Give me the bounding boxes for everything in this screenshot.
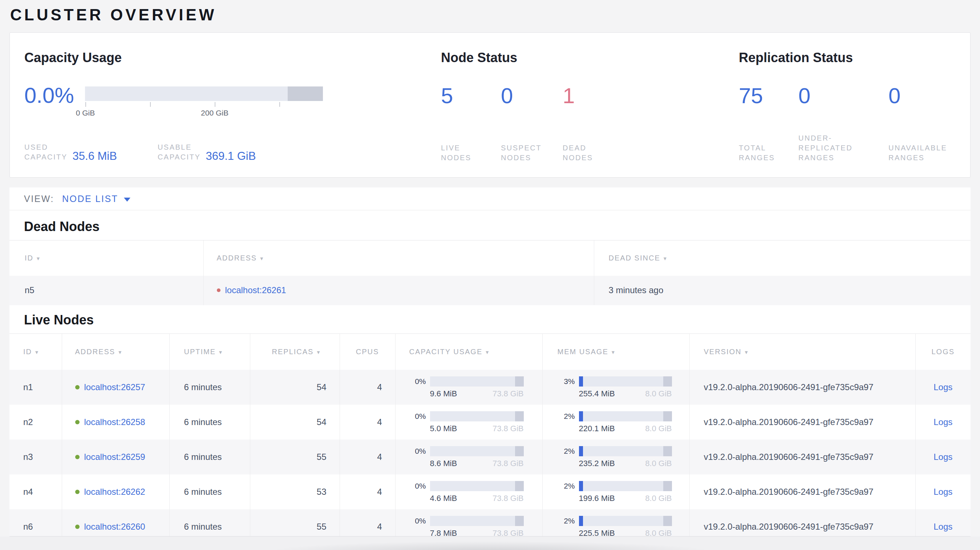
dead-status-dot xyxy=(217,288,221,292)
sort-arrow-icon: ▾ xyxy=(317,349,320,355)
uptime-cell: 6 minutes xyxy=(169,474,250,509)
sort-arrow-icon: ▾ xyxy=(219,349,223,355)
logs-cell: Logs xyxy=(915,370,970,405)
column-header-version[interactable]: VERSION▾ xyxy=(689,334,915,370)
cap-percent-label: 0% xyxy=(396,517,430,525)
sort-arrow-icon: ▾ xyxy=(260,255,264,262)
cap-reserved-segment xyxy=(515,376,524,386)
node-id-cell: n2 xyxy=(10,405,62,440)
cap-bar-labels: 8.6 MiB73.8 GiB xyxy=(430,459,524,468)
replication-status-section: Replication Status 75 TOTAL RANGES 0 UND… xyxy=(739,50,964,164)
cap-usage-bar: 0%8.6 MiB73.8 GiB xyxy=(396,446,542,468)
node-id-cell: n6 xyxy=(10,509,62,537)
mem-reserved-segment xyxy=(663,516,672,526)
chevron-down-icon[interactable] xyxy=(124,198,130,202)
tick-label-0gib: 0 GiB xyxy=(76,109,95,117)
mem-used-value: 235.2 MiB xyxy=(579,459,615,468)
cap-usage-cell: 0%8.6 MiB73.8 GiB xyxy=(395,440,542,474)
node-list-card: VIEW: NODE LIST Dead Nodes ID▾ADDRESS▾DE… xyxy=(10,188,970,537)
column-header-capacity-usage[interactable]: CAPACITY USAGE▾ xyxy=(395,334,542,370)
live-nodes-label: LIVE NODES xyxy=(441,143,501,164)
node-address-link[interactable]: localhost:26258 xyxy=(84,417,145,427)
used-capacity-value: 35.6 MiB xyxy=(73,151,117,162)
mem-reserved-segment xyxy=(663,376,672,386)
column-header-address[interactable]: ADDRESS▾ xyxy=(62,334,169,370)
logs-link[interactable]: Logs xyxy=(934,382,952,392)
column-header-mem-usage[interactable]: MEM USAGE▾ xyxy=(542,334,689,370)
mem-usage-bar: 2%220.1 MiB8.0 GiB xyxy=(542,411,689,433)
mem-reserved-segment xyxy=(663,411,672,421)
cap-reserved-segment xyxy=(515,446,524,456)
suspect-nodes-stat: 0 SUSPECT NODES xyxy=(501,86,563,164)
node-address-link[interactable]: localhost:26259 xyxy=(84,452,145,462)
column-header-logs: LOGS xyxy=(915,334,970,370)
column-header-dead-since[interactable]: DEAD SINCE▾ xyxy=(594,240,970,276)
uptime-cell: 6 minutes xyxy=(169,370,250,405)
view-selector[interactable]: NODE LIST xyxy=(62,194,118,204)
node-id-cell: n3 xyxy=(10,440,62,474)
column-header-replicas[interactable]: REPLICAS▾ xyxy=(250,334,340,370)
under-replicated-count: 0 xyxy=(799,85,888,107)
replicas-cell: 53 xyxy=(250,474,340,509)
node-id-cell: n5 xyxy=(10,276,204,305)
capacity-bar xyxy=(85,86,323,101)
cap-usage-bar: 0%4.6 MiB73.8 GiB xyxy=(396,481,542,503)
logs-cell: Logs xyxy=(915,474,970,509)
mem-usage-cell: 3%255.4 MiB8.0 GiB xyxy=(542,370,689,405)
dead-nodes-table: ID▾ADDRESS▾DEAD SINCE▾ n5localhost:26261… xyxy=(10,240,970,305)
column-header-label: ID xyxy=(23,348,32,356)
column-header-uptime[interactable]: UPTIME▾ xyxy=(169,334,250,370)
cap-used-value: 4.6 MiB xyxy=(430,494,457,503)
cap-used-value: 9.6 MiB xyxy=(430,389,457,399)
column-header-id[interactable]: ID▾ xyxy=(10,334,62,370)
capacity-percent-value: 0.0% xyxy=(24,85,85,106)
mem-reserved-segment xyxy=(663,446,672,456)
cpus-cell: 4 xyxy=(340,474,395,509)
cap-reserved-segment xyxy=(515,411,524,421)
mem-bar-labels: 225.5 MiB8.0 GiB xyxy=(579,529,672,537)
logs-link[interactable]: Logs xyxy=(934,417,952,427)
node-address-cell: localhost:26257 xyxy=(62,370,169,405)
mem-bar-labels: 199.6 MiB8.0 GiB xyxy=(579,494,672,503)
mem-used-value: 199.6 MiB xyxy=(579,494,615,503)
node-address-link[interactable]: localhost:26261 xyxy=(225,285,286,295)
bottom-scroll-shadow xyxy=(0,537,980,550)
mem-percent-label: 3% xyxy=(542,377,579,386)
cap-usage-bar: 0%7.8 MiB73.8 GiB xyxy=(396,516,542,537)
node-address-cell: localhost:26261 xyxy=(204,276,594,305)
live-status-dot xyxy=(75,525,80,529)
live-node-row: n1localhost:262576 minutes5440%9.6 MiB73… xyxy=(10,370,970,405)
sort-arrow-icon: ▾ xyxy=(118,349,122,355)
usable-capacity-value: 369.1 GiB xyxy=(205,151,256,162)
mem-usage-bar: 2%199.6 MiB8.0 GiB xyxy=(542,481,689,503)
column-header-address[interactable]: ADDRESS▾ xyxy=(204,240,594,276)
total-ranges-count: 75 xyxy=(739,85,799,107)
sort-arrow-icon: ▾ xyxy=(486,349,489,355)
node-address-link[interactable]: localhost:26260 xyxy=(84,522,145,532)
mem-used-segment xyxy=(579,481,583,491)
cap-total-value: 73.8 GiB xyxy=(493,494,524,503)
node-address-link[interactable]: localhost:26257 xyxy=(84,382,145,392)
node-address-link[interactable]: localhost:26262 xyxy=(84,487,145,497)
column-header-label: VERSION xyxy=(704,348,742,356)
mem-minibar xyxy=(579,376,672,386)
uptime-cell: 6 minutes xyxy=(169,509,250,537)
logs-link[interactable]: Logs xyxy=(934,487,952,497)
cap-percent-label: 0% xyxy=(396,447,430,456)
logs-link[interactable]: Logs xyxy=(934,522,952,531)
under-replicated-ranges-stat: 0 UNDER- REPLICATED RANGES xyxy=(799,86,888,164)
cap-bar-labels: 7.8 MiB73.8 GiB xyxy=(430,529,524,537)
column-header-id[interactable]: ID▾ xyxy=(10,240,204,276)
logs-cell: Logs xyxy=(915,405,970,440)
logs-link[interactable]: Logs xyxy=(934,452,952,462)
usable-capacity-label: USABLE CAPACITY xyxy=(158,142,201,162)
column-header-label: MEM USAGE xyxy=(558,348,608,356)
dead-nodes-stat: 1 DEAD NODES xyxy=(563,86,593,164)
node-status-section: Node Status 5 LIVE NODES 0 SUSPECT NODES… xyxy=(441,50,728,164)
logs-cell: Logs xyxy=(915,440,970,474)
capacity-bar-ticks xyxy=(85,101,323,107)
mem-total-value: 8.0 GiB xyxy=(645,424,671,433)
cap-percent-label: 0% xyxy=(396,377,430,386)
cap-usage-bar: 0%5.0 MiB73.8 GiB xyxy=(396,411,542,433)
mem-bar-labels: 220.1 MiB8.0 GiB xyxy=(579,424,672,433)
